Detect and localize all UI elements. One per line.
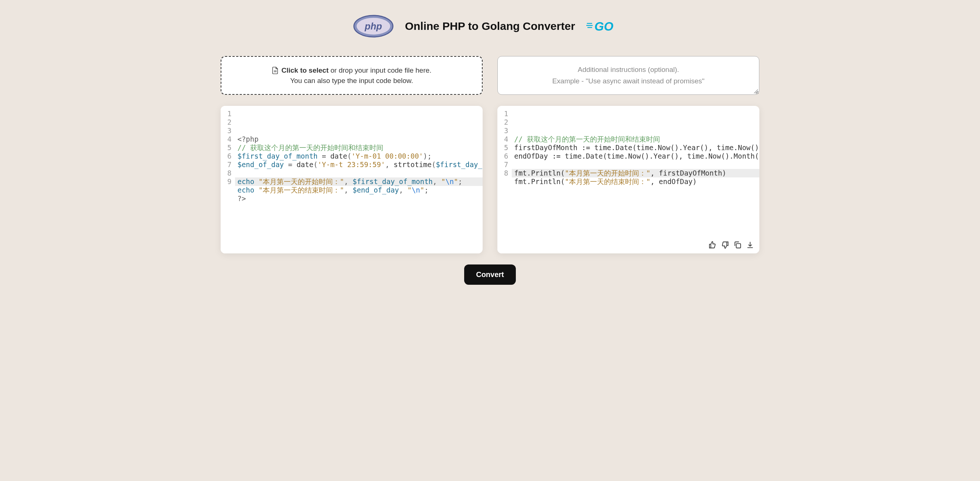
- source-code: <?php// 获取这个月的第一天的开始时间和结束时间$first_day_of…: [237, 135, 479, 211]
- svg-rect-7: [736, 243, 741, 248]
- golang-logo-icon: GO: [586, 19, 627, 33]
- page-header: php Online PHP to Golang Converter GO: [221, 15, 759, 38]
- svg-rect-4: [586, 25, 593, 26]
- instructions-placeholder-line2: Example - "Use async await instead of pr…: [552, 76, 705, 87]
- convert-button[interactable]: Convert: [464, 265, 516, 285]
- php-logo-icon: php: [353, 15, 394, 38]
- instructions-placeholder-line1: Additional instructions (optional).: [578, 64, 679, 75]
- svg-rect-3: [587, 23, 592, 24]
- output-editor[interactable]: 12345678 // 获取这个月的第一天的开始时间和结束时间firstDayO…: [497, 106, 759, 253]
- file-dropzone[interactable]: Click to select or drop your input code …: [221, 56, 483, 95]
- thumbs-down-icon[interactable]: [721, 241, 729, 249]
- source-gutter: 123456789: [221, 106, 235, 253]
- svg-rect-5: [587, 27, 592, 28]
- dropzone-line2: You can also type the input code below.: [290, 77, 413, 85]
- dropzone-rest: or drop your input code file here.: [328, 67, 431, 74]
- instructions-input[interactable]: Additional instructions (optional). Exam…: [497, 56, 759, 95]
- copy-icon[interactable]: [733, 241, 741, 249]
- source-editor[interactable]: 123456789 <?php// 获取这个月的第一天的开始时间和结束时间$fi…: [221, 106, 483, 253]
- output-code: // 获取这个月的第一天的开始时间和结束时间firstDayOfMonth :=…: [514, 135, 756, 203]
- dropzone-cta: Click to select: [282, 67, 329, 74]
- page-title: Online PHP to Golang Converter: [405, 20, 575, 32]
- thumbs-up-icon[interactable]: [708, 241, 717, 249]
- download-icon[interactable]: [746, 241, 754, 249]
- svg-text:php: php: [364, 21, 382, 31]
- file-icon: [272, 67, 278, 74]
- output-gutter: 12345678: [497, 106, 512, 253]
- svg-text:GO: GO: [594, 19, 614, 33]
